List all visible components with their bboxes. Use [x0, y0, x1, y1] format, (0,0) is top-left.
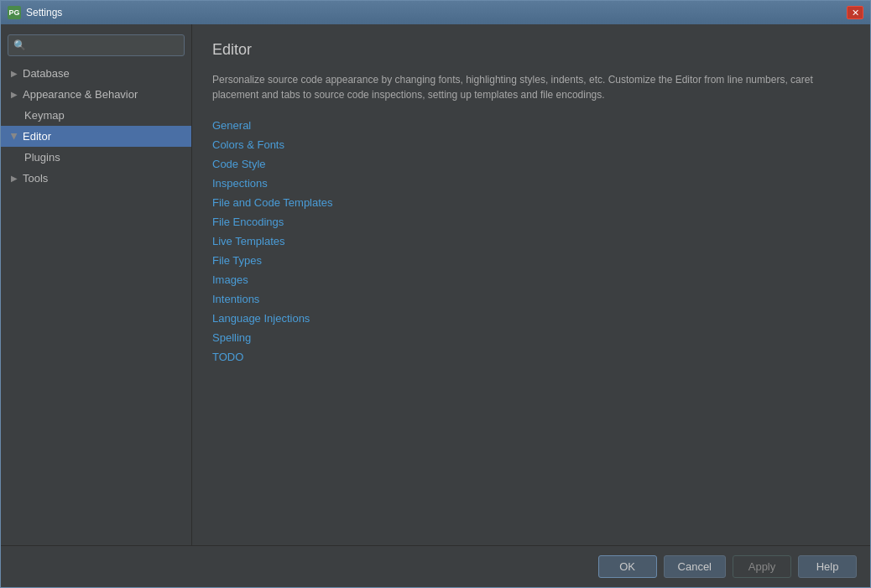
arrow-icon: ▶ — [10, 133, 19, 140]
ok-button[interactable]: OK — [598, 555, 657, 578]
search-box[interactable]: 🔍 — [8, 34, 185, 56]
title-bar: PG Settings ✕ — [1, 1, 870, 24]
search-icon: 🔍 — [13, 39, 26, 51]
sidebar-item-appearance[interactable]: ▶ Appearance & Behavior — [1, 84, 191, 105]
link-general[interactable]: General — [212, 119, 850, 132]
link-todo[interactable]: TODO — [212, 351, 850, 363]
window-title: Settings — [26, 7, 847, 18]
sidebar-item-tools[interactable]: ▶ Tools — [1, 168, 191, 189]
apply-button[interactable]: Apply — [733, 555, 791, 578]
link-intentions[interactable]: Intentions — [212, 293, 850, 305]
link-images[interactable]: Images — [212, 273, 850, 286]
sidebar: 🔍 ▶ Database ▶ Appearance & Behavior Key… — [1, 24, 192, 545]
sidebar-item-editor[interactable]: ▶ Editor — [1, 126, 191, 147]
arrow-icon: ▶ — [11, 90, 18, 99]
close-button[interactable]: ✕ — [847, 6, 863, 19]
link-inspections[interactable]: Inspections — [212, 177, 850, 190]
page-title: Editor — [212, 41, 850, 59]
link-file-types[interactable]: File Types — [212, 254, 850, 267]
bottom-bar: OK Cancel Apply Help — [1, 545, 870, 587]
link-spelling[interactable]: Spelling — [212, 331, 850, 344]
app-icon: PG — [8, 6, 21, 19]
page-description: Personalize source code appearance by ch… — [212, 72, 816, 102]
link-file-encodings[interactable]: File Encodings — [212, 216, 850, 228]
arrow-icon: ▶ — [11, 174, 18, 183]
main-content: Editor Personalize source code appearanc… — [192, 24, 870, 545]
link-colors-fonts[interactable]: Colors & Fonts — [212, 138, 850, 151]
content-area: 🔍 ▶ Database ▶ Appearance & Behavior Key… — [1, 24, 870, 545]
sidebar-item-database[interactable]: ▶ Database — [1, 63, 191, 84]
sidebar-item-keymap[interactable]: Keymap — [1, 105, 191, 126]
link-live-templates[interactable]: Live Templates — [212, 235, 850, 247]
link-file-code-templates[interactable]: File and Code Templates — [212, 196, 850, 209]
settings-window: PG Settings ✕ 🔍 ▶ Database ▶ Appearance … — [0, 0, 871, 588]
link-language-injections[interactable]: Language Injections — [212, 312, 850, 325]
cancel-button[interactable]: Cancel — [664, 555, 726, 578]
sub-links-list: General Colors & Fonts Code Style Inspec… — [212, 119, 850, 363]
sidebar-item-plugins[interactable]: Plugins — [1, 147, 191, 168]
arrow-icon: ▶ — [11, 69, 18, 78]
help-button[interactable]: Help — [798, 555, 857, 578]
link-code-style[interactable]: Code Style — [212, 158, 850, 170]
search-input[interactable] — [29, 39, 179, 51]
